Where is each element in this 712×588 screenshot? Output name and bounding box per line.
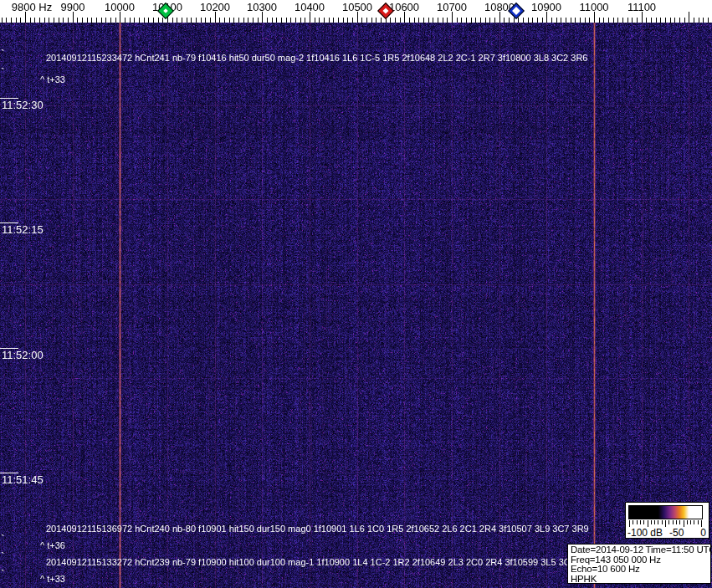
freq-tick	[651, 18, 652, 23]
freq-label: 10600	[389, 1, 419, 13]
freq-tick	[376, 18, 376, 23]
freq-tick	[528, 18, 529, 23]
freq-label: 11000	[579, 1, 608, 13]
freq-tick	[366, 18, 367, 23]
freq-tick	[6, 18, 7, 23]
freq-tick	[665, 18, 666, 23]
freq-tick	[523, 18, 524, 23]
freq-tick	[414, 18, 415, 23]
edge-marker: `	[1, 535, 5, 544]
freq-tick	[290, 18, 291, 23]
freq-tick	[347, 18, 348, 23]
freq-tick	[115, 18, 116, 23]
freq-tick	[30, 18, 31, 23]
freq-tick	[589, 18, 590, 23]
colorbar-tick	[651, 520, 652, 524]
freq-tick	[16, 18, 17, 23]
freq-tick	[670, 18, 671, 23]
colorbar-tick	[698, 520, 699, 524]
freq-tick	[443, 18, 443, 23]
meteor-spectrogram-window: 9800 Hz990010000101001020010300104001050…	[0, 0, 712, 588]
freq-tick	[182, 18, 182, 23]
frequency-ruler: 9800 Hz990010000101001020010300104001050…	[0, 0, 712, 23]
colorbar-tick	[668, 520, 669, 524]
time-label: 11:52:30	[2, 99, 44, 111]
event-annotation: 20140912115133272 hCnt239 nb-79 f10900 h…	[46, 557, 576, 567]
marker-core	[382, 8, 388, 13]
freq-tick	[660, 18, 661, 23]
freq-tick	[267, 18, 268, 23]
colorbar-tick	[662, 520, 663, 524]
freq-tick	[580, 18, 581, 23]
freq-tick	[49, 18, 49, 23]
freq-tick	[101, 18, 102, 23]
freq-tick	[433, 18, 433, 23]
freq-tick	[599, 18, 600, 23]
freq-tick	[110, 18, 111, 23]
freq-tick	[461, 18, 462, 23]
freq-tick	[191, 18, 192, 23]
freq-tick	[63, 18, 64, 23]
freq-tick	[575, 18, 576, 23]
freq-tick	[494, 18, 495, 23]
time-label: 11:51:45	[2, 473, 44, 486]
freq-tick	[91, 18, 92, 23]
freq-tick	[253, 18, 254, 23]
freq-tick	[286, 18, 287, 23]
freq-tick	[556, 18, 557, 23]
info-echo: Echo=10 600 Hz	[571, 565, 710, 575]
freq-tick	[703, 18, 704, 23]
freq-tick	[532, 18, 533, 23]
freq-tick	[96, 18, 97, 23]
freq-tick	[144, 18, 145, 23]
freq-tick	[471, 18, 472, 23]
colorbar-tick	[665, 520, 666, 527]
colorbar-tick	[684, 520, 684, 527]
freq-tick	[617, 18, 618, 23]
freq-tick	[281, 18, 282, 23]
freq-tick	[134, 18, 135, 23]
freq-label: 10400	[295, 1, 325, 13]
freq-tick	[172, 18, 173, 23]
freq-tick	[44, 18, 45, 23]
freq-tick	[295, 18, 296, 23]
freq-tick	[537, 18, 538, 23]
event-time-offset: ^ t+36	[40, 540, 65, 550]
freq-tick	[679, 18, 680, 23]
freq-tick	[319, 18, 320, 23]
freq-tick	[162, 18, 163, 23]
freq-label: 11100	[627, 1, 656, 13]
freq-tick	[656, 18, 657, 23]
freq-tick	[82, 18, 83, 23]
freq-tick	[54, 18, 54, 23]
colorbar-tick	[643, 520, 644, 524]
freq-tick	[708, 18, 709, 23]
freq-tick	[447, 18, 448, 23]
time-label: 11:52:00	[2, 349, 44, 361]
freq-tick	[480, 18, 481, 23]
freq-tick	[542, 18, 543, 23]
freq-tick	[684, 18, 685, 23]
colorbar-tick	[676, 520, 677, 524]
freq-tick	[68, 18, 69, 23]
edge-marker: `	[1, 50, 5, 59]
freq-tick	[39, 18, 40, 23]
freq-tick	[489, 18, 490, 23]
freq-tick	[153, 18, 154, 23]
freq-tick	[371, 18, 372, 23]
freq-tick	[514, 18, 515, 23]
freq-tick	[466, 18, 467, 23]
marker-core	[163, 8, 168, 13]
freq-tick	[551, 18, 552, 23]
freq-tick	[438, 18, 438, 23]
colorbar-label-min: -100 dB	[627, 527, 663, 539]
info-date-time: Date=2014-09-12 Time=11:50 UTC	[571, 545, 710, 555]
freq-label: 9900	[61, 1, 85, 13]
freq-tick	[233, 18, 234, 23]
freq-tick	[637, 18, 638, 23]
colorbar-tick	[640, 520, 641, 524]
freq-tick	[2, 18, 3, 23]
colorbar-tick	[694, 520, 694, 524]
freq-tick	[699, 18, 699, 23]
freq-tick	[158, 18, 159, 23]
